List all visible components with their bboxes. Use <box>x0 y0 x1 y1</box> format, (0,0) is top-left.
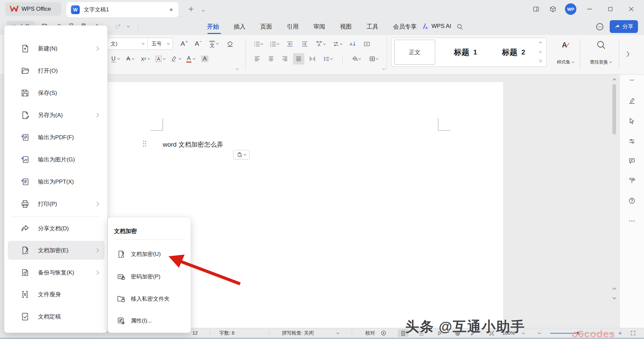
highlight-button[interactable] <box>169 53 183 65</box>
show-marks-button[interactable] <box>361 38 373 50</box>
menu-item-finalize[interactable]: 文档定稿 <box>8 307 105 326</box>
menu-item-print[interactable]: 打印(P) <box>8 194 105 213</box>
increase-indent-button[interactable] <box>299 38 311 50</box>
underline-button[interactable]: U <box>109 53 122 65</box>
gallery-more-button[interactable] <box>539 60 542 63</box>
bullets-button[interactable] <box>252 38 265 50</box>
word-count[interactable]: 字数: 8 <box>219 328 234 338</box>
comment-tool-button[interactable] <box>627 156 637 165</box>
paragraph-dialog-launcher[interactable] <box>382 68 385 70</box>
tab-view[interactable]: 视图 <box>340 23 352 31</box>
document-text[interactable]: word 文档加密怎么弄 <box>163 140 223 149</box>
sidebar-toggle-button[interactable] <box>532 5 540 13</box>
style-normal[interactable]: 正文 <box>394 40 435 65</box>
menu-item-file-slim[interactable]: 文件瘦身 <box>8 285 105 304</box>
font-dialog-launcher[interactable] <box>235 68 239 70</box>
line-spacing-button[interactable] <box>320 53 335 65</box>
menu-item-backup[interactable]: 备份与恢复(K) <box>8 263 105 282</box>
fit-page-button[interactable] <box>486 329 497 337</box>
style-heading-1[interactable]: 标题 1 <box>442 40 489 65</box>
grow-font-button[interactable]: A + <box>178 38 190 49</box>
chevron-down-icon[interactable] <box>336 332 339 334</box>
char-border-button[interactable]: A <box>154 53 167 65</box>
edit-mode-button[interactable] <box>468 329 479 337</box>
superscript-button[interactable]: X² <box>139 53 152 65</box>
fullscreen-button[interactable] <box>628 329 638 337</box>
minimize-button[interactable] <box>585 5 594 13</box>
more-options-button[interactable] <box>595 22 605 32</box>
tab-review[interactable]: 审阅 <box>313 23 325 31</box>
paste-options-button[interactable] <box>233 150 250 159</box>
share-button[interactable]: 分享 <box>610 20 638 33</box>
cjk-layout-button[interactable] <box>330 38 344 50</box>
shading-button[interactable] <box>349 53 363 65</box>
tab-member[interactable]: 会员专享 <box>393 23 417 31</box>
submenu-item-properties[interactable]: 属性(I)... <box>111 312 189 330</box>
collapse-panel-button[interactable] <box>627 75 637 85</box>
menu-item-export-image[interactable]: 输出为图片(G) <box>8 150 105 169</box>
pinyin-guide-button[interactable]: wén 文 <box>206 38 222 49</box>
zoom-out-button[interactable] <box>534 329 545 337</box>
font-color-button[interactable]: A <box>185 53 197 65</box>
tab-page[interactable]: 页面 <box>260 23 272 31</box>
menu-item-new[interactable]: 新建(N) <box>8 39 105 58</box>
menu-item-save[interactable]: 保存(S) <box>8 83 105 102</box>
menu-item-open[interactable]: 打开(O) <box>8 61 105 80</box>
web-view-button[interactable] <box>452 329 463 337</box>
submenu-item-password[interactable]: ** 密码加密(P) <box>111 268 189 286</box>
redo-button[interactable] <box>113 22 123 32</box>
highlighter-tool-button[interactable] <box>627 96 637 106</box>
menu-item-encrypt[interactable]: 文档加密(E) <box>8 241 105 260</box>
borders-button[interactable] <box>367 53 381 65</box>
wps-ai-button[interactable]: WPS AI <box>422 22 451 30</box>
help-button[interactable] <box>627 196 637 205</box>
quickbar-more-button[interactable] <box>125 22 131 32</box>
more-tools-button[interactable] <box>627 216 637 226</box>
submenu-item-encrypt-doc[interactable]: 文档加密(U) <box>111 246 189 263</box>
wps-home-button[interactable]: WPS Office <box>5 2 61 16</box>
scroll-up-button[interactable] <box>612 78 617 81</box>
outline-view-button[interactable] <box>416 329 427 337</box>
clear-format-button[interactable] <box>224 38 236 49</box>
read-mode-button[interactable] <box>434 329 445 337</box>
menu-item-save-as[interactable]: 另存为(A) <box>8 106 105 124</box>
ribbon-expand-button[interactable] <box>623 48 633 60</box>
justify-button[interactable] <box>293 53 304 65</box>
gallery-scroll-up[interactable] <box>539 41 542 44</box>
shrink-font-button[interactable]: A − <box>192 38 204 49</box>
menu-item-export-ppt[interactable]: 输出为PPT(X) <box>8 172 105 191</box>
find-replace-button[interactable]: 查找替换 <box>586 38 616 67</box>
maximize-button[interactable] <box>606 5 614 13</box>
drag-handle-icon[interactable] <box>142 140 147 147</box>
gallery-scroll-down[interactable] <box>539 51 542 53</box>
tab-home[interactable]: 开始 <box>207 23 219 31</box>
style-heading-2[interactable]: 标题 2 <box>492 40 535 65</box>
close-button[interactable] <box>627 5 635 13</box>
tab-reference[interactable]: 引用 <box>287 23 299 31</box>
zoom-slider-knob[interactable] <box>576 331 580 335</box>
scrollbar-thumb[interactable] <box>612 84 616 135</box>
distribute-button[interactable] <box>307 53 318 65</box>
next-page-button[interactable] <box>612 297 617 300</box>
new-tab-button[interactable] <box>187 5 195 13</box>
previous-page-button[interactable] <box>612 287 617 290</box>
decrease-indent-button[interactable] <box>284 38 296 50</box>
sort-button[interactable]: A <box>347 38 358 50</box>
document-tab[interactable]: W 文字文稿1 <box>66 2 179 17</box>
format-painter-button[interactable] <box>627 176 637 185</box>
menu-item-export-pdf[interactable]: 输出为PDF(F) <box>8 128 105 147</box>
select-tool-button[interactable] <box>627 116 637 126</box>
strikethrough-button[interactable]: A <box>124 53 137 65</box>
menu-item-share-doc[interactable]: 分享文档(D) <box>8 219 105 238</box>
char-shading-button[interactable]: A <box>199 53 210 65</box>
zoom-in-button[interactable] <box>615 329 626 337</box>
tab-list-button[interactable] <box>199 7 207 15</box>
style-set-button[interactable]: A 样式集 <box>554 38 578 67</box>
page-view-button[interactable] <box>398 329 409 337</box>
apps-button[interactable] <box>549 5 557 13</box>
tab-insert[interactable]: 插入 <box>234 23 245 31</box>
search-button[interactable] <box>455 22 465 32</box>
settings-tool-button[interactable] <box>627 137 637 146</box>
align-left-button[interactable] <box>252 53 263 65</box>
tab-tools[interactable]: 工具 <box>367 23 378 31</box>
